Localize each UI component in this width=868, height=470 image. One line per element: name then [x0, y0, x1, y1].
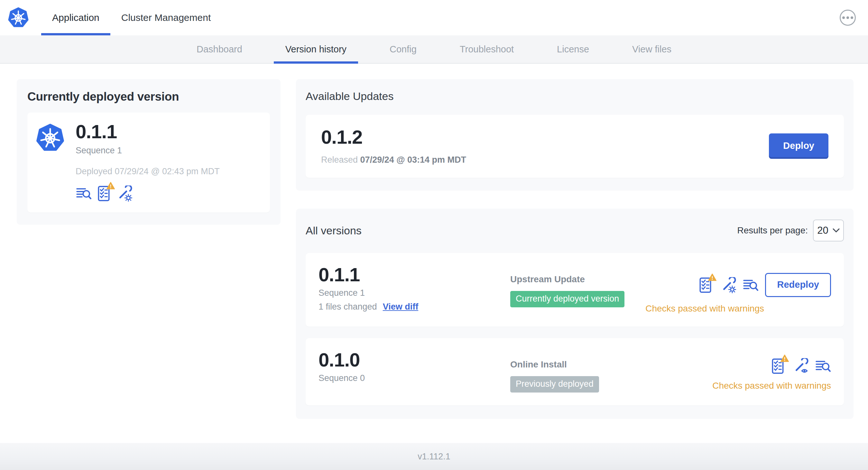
top-navigation: Application Cluster Management: [41, 0, 222, 35]
all-versions-header: All versions Results per page: 20: [306, 220, 844, 241]
redeploy-button[interactable]: Redeploy: [765, 273, 831, 297]
subtab-config[interactable]: Config: [378, 35, 428, 63]
deployed-version-actions: [75, 186, 220, 202]
warning-triangle-icon: [780, 354, 789, 363]
deployed-version-card: 0.1.1 Sequence 1 Deployed 07/29/24 @ 02:…: [27, 112, 270, 212]
results-per-page: Results per page: 20: [737, 220, 844, 241]
update-version-number: 0.1.2: [321, 127, 466, 147]
row-version-number: 0.1.1: [318, 265, 510, 285]
status-badge: Previously deployed: [510, 376, 599, 393]
chevron-down-icon: [833, 228, 840, 233]
row-version-number: 0.1.0: [318, 350, 510, 370]
overflow-menu-button[interactable]: [840, 10, 856, 26]
all-versions-title: All versions: [306, 224, 362, 237]
console-version: v1.112.1: [417, 452, 451, 462]
files-changed-label: 1 files changed: [318, 302, 377, 312]
subtab-dashboard[interactable]: Dashboard: [185, 35, 254, 63]
preflight-status-text: Checks passed with warnings: [712, 381, 831, 391]
tab-application[interactable]: Application: [41, 0, 110, 35]
preflight-checks-icon[interactable]: [698, 277, 714, 293]
edit-config-icon[interactable]: [720, 277, 736, 293]
tab-cluster-management-label: Cluster Management: [121, 12, 211, 23]
view-config-icon[interactable]: [793, 358, 808, 374]
update-released-line: Released 07/29/24 @ 03:14 pm MDT: [321, 155, 466, 165]
tab-cluster-management[interactable]: Cluster Management: [110, 0, 222, 35]
all-versions-panel: All versions Results per page: 20 0.1.1 …: [296, 209, 854, 419]
release-notes-icon[interactable]: [743, 277, 758, 293]
status-badge: Currently deployed version: [510, 291, 624, 307]
right-column: Available Updates 0.1.2 Released 07/29/2…: [296, 79, 854, 419]
main-content: Currently deployed version 0.1.1 Sequenc…: [0, 64, 868, 419]
subtab-troubleshoot[interactable]: Troubleshoot: [448, 35, 525, 63]
available-updates-panel: Available Updates 0.1.2 Released 07/29/2…: [296, 79, 854, 191]
deploy-button[interactable]: Deploy: [769, 133, 829, 159]
deployed-version-number: 0.1.1: [75, 122, 220, 142]
update-released-date: 07/29/24 @ 03:14 pm MDT: [360, 155, 466, 165]
row-sequence: Sequence 1: [318, 288, 510, 298]
update-card: 0.1.2 Released 07/29/24 @ 03:14 pm MDT D…: [306, 115, 844, 178]
version-row-0-1-1: 0.1.1 Sequence 1 1 files changed View di…: [306, 253, 844, 327]
app-kubernetes-logo-icon: [36, 124, 65, 153]
row-sequence: Sequence 0: [318, 373, 510, 383]
version-source-label: Online Install: [510, 360, 712, 370]
kubernetes-logo-icon: [8, 0, 29, 35]
preflight-status-text: Checks passed with warnings: [645, 303, 764, 314]
row-actions: Redeploy: [698, 273, 831, 297]
release-notes-icon[interactable]: [75, 186, 92, 202]
warning-triangle-icon: [708, 273, 717, 281]
top-bar: Application Cluster Management: [0, 0, 868, 35]
deployed-timestamp: Deployed 07/29/24 @ 02:43 pm MDT: [75, 167, 220, 176]
results-per-page-value: 20: [817, 225, 828, 236]
subtab-version-history[interactable]: Version history: [274, 35, 358, 63]
app-sub-navigation: Dashboard Version history Config Trouble…: [0, 35, 868, 64]
ellipsis-icon: [842, 16, 845, 19]
tab-application-label: Application: [52, 12, 99, 23]
currently-deployed-title: Currently deployed version: [27, 90, 270, 103]
results-per-page-select[interactable]: 20: [813, 220, 844, 241]
available-updates-title: Available Updates: [306, 90, 844, 103]
warning-triangle-icon: [106, 181, 115, 190]
results-per-page-label: Results per page:: [737, 225, 808, 236]
currently-deployed-panel: Currently deployed version 0.1.1 Sequenc…: [17, 79, 281, 225]
deployed-sequence: Sequence 1: [75, 146, 220, 156]
preflight-checks-icon[interactable]: [96, 186, 112, 202]
subtab-view-files[interactable]: View files: [621, 35, 683, 63]
subtab-license[interactable]: License: [545, 35, 601, 63]
page-footer: v1.112.1: [0, 443, 868, 470]
version-row-0-1-0: 0.1.0 Sequence 0 Online Install Previous…: [306, 338, 844, 405]
view-diff-link[interactable]: View diff: [383, 302, 418, 312]
release-notes-icon[interactable]: [815, 358, 831, 374]
version-source-label: Upstream Update: [510, 274, 645, 284]
row-actions: [770, 358, 831, 374]
preflight-checks-icon[interactable]: [770, 358, 786, 374]
edit-config-icon[interactable]: [116, 186, 132, 202]
